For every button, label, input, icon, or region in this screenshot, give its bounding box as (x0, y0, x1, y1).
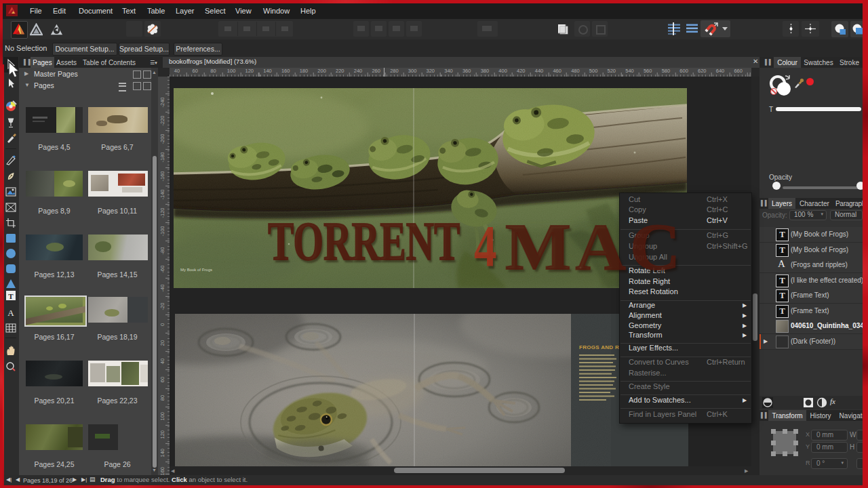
svg-text:A: A (7, 308, 14, 318)
svg-text:T: T (8, 292, 14, 300)
